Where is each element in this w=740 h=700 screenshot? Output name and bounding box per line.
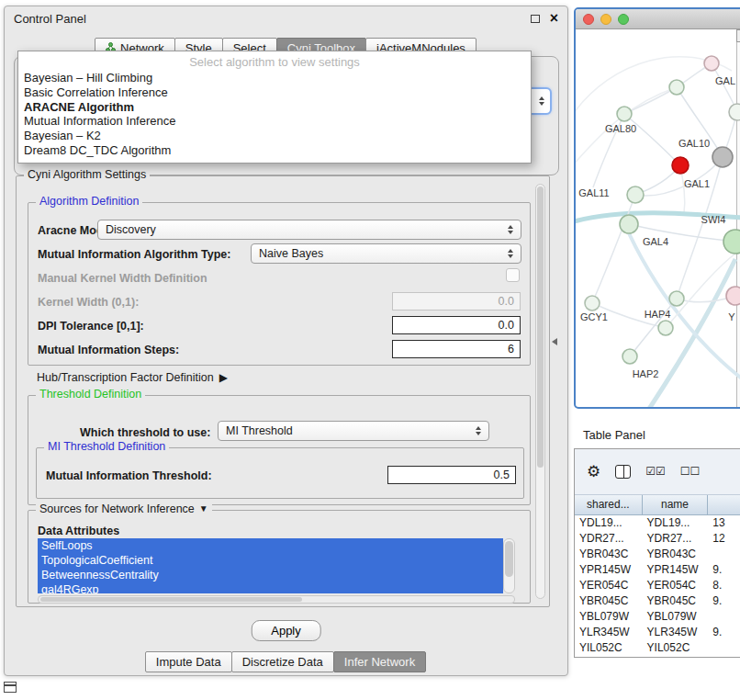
network-node[interactable]: [622, 349, 637, 364]
network-node[interactable]: [585, 296, 600, 310]
network-node[interactable]: [669, 80, 684, 95]
dropdown-placeholder[interactable]: Select algorithm to view settings: [18, 54, 531, 71]
node-label: GAL11: [578, 187, 609, 198]
data-attributes-label: Data Attributes: [38, 522, 119, 540]
expand-right-icon: ▶: [219, 372, 228, 383]
aracne-mode-combobox[interactable]: Discovery: [97, 220, 521, 240]
network-node[interactable]: [704, 56, 719, 71]
algorithm-option-bayesian-hill-climbing[interactable]: Bayesian – Hill Climbing: [18, 71, 531, 85]
network-node[interactable]: [726, 287, 740, 305]
apply-button[interactable]: Apply: [251, 620, 321, 641]
tab-label: Discretize Data: [242, 655, 323, 669]
network-node[interactable]: [672, 157, 689, 174]
algorithm-option-aracne-algorithm[interactable]: ARACNE Algorithm: [18, 100, 531, 115]
column-header[interactable]: shared...: [575, 495, 643, 515]
table-row[interactable]: YDL19...YDL19...13: [575, 515, 740, 531]
restore-panel-icon[interactable]: [4, 682, 17, 693]
combo-value: MI Threshold: [226, 424, 293, 437]
columns-icon[interactable]: [615, 465, 631, 479]
algorithm-option-dream8-dc-tdc-algorithm[interactable]: Dream8 DC_TDC Algorithm: [18, 143, 531, 158]
network-node[interactable]: [627, 186, 644, 203]
kernel-width-label: Kernel Width (0,1):: [38, 293, 139, 311]
algorithm-dropdown-popup: Select algorithm to view settings Bayesi…: [17, 51, 532, 164]
bottom-tab-discretize-data[interactable]: Discretize Data: [231, 651, 334, 672]
manual-kernel-checkbox[interactable]: [506, 268, 520, 282]
bottom-tab-impute-data[interactable]: Impute Data: [145, 651, 232, 672]
data-attribute-item[interactable]: BetweennessCentrality: [38, 568, 503, 582]
scrollbar-thumb[interactable]: [40, 597, 302, 602]
kernel-width-field[interactable]: 0.0: [392, 292, 521, 310]
network-node[interactable]: [658, 321, 673, 335]
mi-steps-label: Mutual Information Steps:: [38, 341, 179, 359]
settings-scrollbar[interactable]: [535, 184, 545, 599]
mi-type-combobox[interactable]: Naive Bayes: [251, 243, 521, 264]
network-node[interactable]: [617, 107, 632, 121]
scrollbar-thumb[interactable]: [505, 541, 513, 577]
table-cell: YBL079W: [575, 609, 643, 625]
hub-definition-toggle[interactable]: Hub/Transcription Factor Definition ▶: [37, 371, 228, 384]
column-header[interactable]: name: [643, 495, 709, 515]
bottom-tab-infer-network[interactable]: Infer Network: [333, 651, 426, 672]
algorithm-option-mutual-information-inference[interactable]: Mutual Information Inference: [18, 114, 531, 129]
network-graph: GALGAL80GAL10GAL1GAL11SWI4GAL4GCY1HAP4YH…: [576, 29, 740, 409]
mac-close-button[interactable]: [583, 14, 594, 25]
network-node[interactable]: [729, 104, 740, 120]
control-panel-titlebar[interactable]: Control Panel ×: [5, 6, 567, 30]
table-toolbar: ⚙ ☑☑ ☐☐: [575, 449, 740, 495]
combo-value: Discovery: [106, 223, 156, 236]
group-title: Algorithm Definition: [36, 195, 142, 208]
network-edge[interactable]: [624, 114, 680, 165]
dpi-tolerance-field[interactable]: 0.0: [392, 316, 521, 334]
table-cell: 8.: [708, 578, 740, 593]
mi-threshold-field[interactable]: 0.5: [387, 466, 516, 484]
table-cell: 9.: [708, 625, 740, 640]
network-edge[interactable]: [592, 195, 635, 303]
table-row[interactable]: YER054CYER054C8.: [575, 578, 740, 593]
attributes-scrollbar[interactable]: [503, 538, 515, 593]
scrollbar-thumb[interactable]: [537, 186, 544, 468]
column-header[interactable]: [708, 495, 740, 515]
node-label: HAP4: [645, 309, 671, 320]
sources-toggle[interactable]: Sources for Network Inference ▼: [36, 502, 212, 515]
float-window-icon[interactable]: [531, 15, 540, 23]
table-row[interactable]: YLR345WYLR345W9.: [575, 625, 740, 640]
table-row[interactable]: YBL079WYBL079W: [575, 609, 740, 625]
table-cell: YDR27...: [575, 531, 643, 547]
table-cell: YER054C: [575, 578, 643, 593]
table-row[interactable]: YDR27...YDR27...12: [575, 531, 740, 547]
algorithm-option-basic-correlation-inference[interactable]: Basic Correlation Inference: [18, 85, 531, 100]
table-cell: YDL19...: [643, 515, 709, 531]
table-row[interactable]: YPR145WYPR145W9.: [575, 562, 740, 578]
table-row[interactable]: YIL052CYIL052C: [575, 640, 740, 656]
data-attribute-item[interactable]: TopologicalCoefficient: [38, 553, 503, 568]
cyni-mode-tabbar: Impute DataDiscretize DataInfer Network: [5, 651, 567, 672]
mac-zoom-button[interactable]: [618, 14, 629, 25]
gear-icon[interactable]: ⚙: [587, 464, 600, 480]
select-all-checkboxes-icon[interactable]: ☑☑: [645, 464, 666, 480]
table-row[interactable]: YBR045CYBR045C9.: [575, 593, 740, 609]
network-node[interactable]: [620, 215, 638, 233]
network-node[interactable]: [723, 230, 740, 254]
algorithm-option-bayesian-k2[interactable]: Bayesian – K2: [18, 129, 531, 143]
data-attribute-item[interactable]: gal4RGexp: [38, 582, 503, 593]
mac-minimize-button[interactable]: [600, 14, 611, 25]
table-cell: [708, 609, 740, 625]
attributes-hscrollbar[interactable]: [38, 595, 515, 604]
control-panel-window: Control Panel × NetworkStyleSelectCyni T…: [4, 6, 568, 676]
table-header-row: shared...name: [575, 495, 740, 515]
tab-label: Impute Data: [156, 655, 221, 669]
which-threshold-combobox[interactable]: MI Threshold: [218, 421, 489, 441]
network-node[interactable]: [669, 291, 684, 306]
data-attributes-list[interactable]: SelfLoopsTopologicalCoefficientBetweenne…: [38, 538, 503, 593]
deselect-all-checkboxes-icon[interactable]: ☐☐: [680, 464, 701, 480]
node-label: Y: [728, 311, 735, 322]
network-canvas[interactable]: GALGAL80GAL10GAL1GAL11SWI4GAL4GCY1HAP4YH…: [576, 29, 740, 407]
network-edge[interactable]: [624, 87, 677, 114]
mi-steps-field[interactable]: 6: [392, 340, 521, 358]
data-attribute-item[interactable]: SelfLoops: [38, 538, 503, 553]
table-row[interactable]: YBR043CYBR043C: [575, 547, 740, 562]
panel-collapse-handle[interactable]: [552, 338, 557, 345]
network-window-titlebar[interactable]: [576, 9, 740, 29]
close-window-icon[interactable]: ×: [550, 13, 558, 24]
network-node[interactable]: [712, 147, 733, 167]
